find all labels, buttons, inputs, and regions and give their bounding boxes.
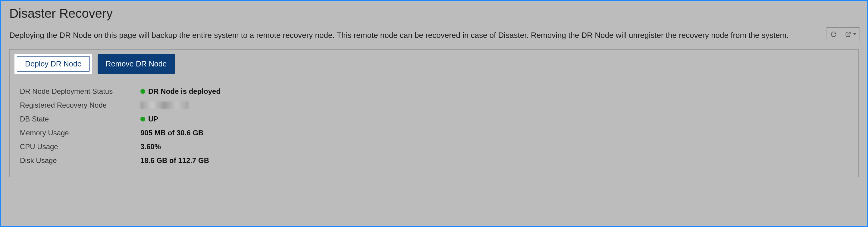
disk-usage-value: 18.6 GB of 112.7 GB [141, 156, 854, 165]
db-state-text: UP [148, 115, 158, 123]
action-buttons: Deploy DR Node Remove DR Node [14, 54, 854, 74]
refresh-button[interactable] [827, 28, 841, 41]
memory-usage-label: Memory Usage [20, 129, 141, 137]
disk-usage-label: Disk Usage [20, 156, 141, 165]
refresh-icon [830, 31, 837, 38]
deployment-status-text: DR Node is deployed [148, 87, 221, 96]
status-details: DR Node Deployment Status DR Node is dep… [14, 87, 854, 165]
external-link-icon [845, 31, 851, 38]
recovery-node-value [141, 101, 854, 109]
toolbar [826, 27, 860, 41]
deployment-status-label: DR Node Deployment Status [20, 87, 141, 96]
page-title: Disaster Recovery [9, 6, 859, 21]
memory-usage-value: 905 MB of 30.6 GB [141, 129, 854, 137]
deployment-status-value: DR Node is deployed [141, 87, 854, 96]
db-state-value: UP [141, 115, 854, 123]
dr-panel: Deploy DR Node Remove DR Node DR Node De… [9, 49, 859, 177]
status-dot-icon [141, 89, 145, 94]
cpu-usage-value: 3.60% [141, 143, 854, 151]
page-description: Deploying the DR Node on this page will … [9, 28, 793, 43]
deploy-dr-node-button[interactable]: Deploy DR Node [17, 56, 90, 72]
recovery-node-redacted [141, 102, 189, 109]
recovery-node-label: Registered Recovery Node [20, 101, 141, 109]
chevron-down-icon [853, 33, 856, 35]
db-state-label: DB State [20, 115, 141, 123]
status-dot-icon [141, 117, 145, 121]
deploy-highlight: Deploy DR Node [14, 54, 92, 74]
external-link-dropdown[interactable] [841, 28, 860, 41]
cpu-usage-label: CPU Usage [20, 143, 141, 151]
remove-dr-node-button[interactable]: Remove DR Node [98, 54, 175, 74]
